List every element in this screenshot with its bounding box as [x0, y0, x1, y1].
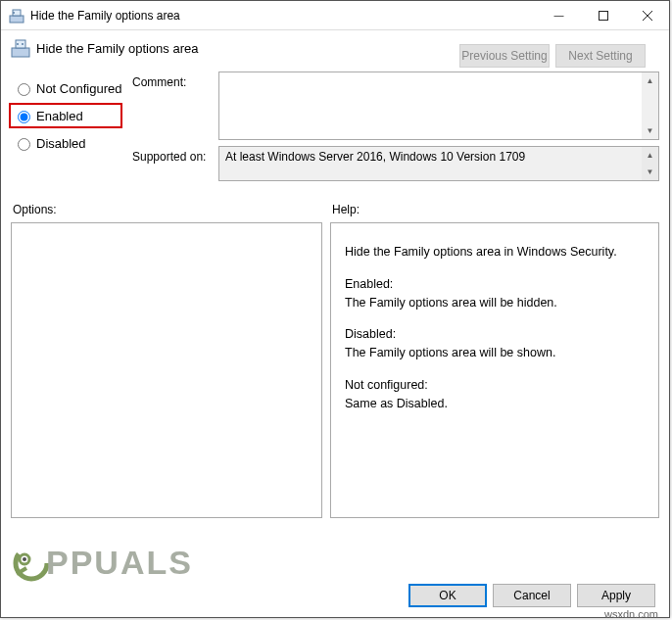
svg-rect-6 — [12, 48, 29, 57]
svg-point-8 — [17, 43, 19, 45]
policy-icon — [9, 8, 24, 24]
radio-disabled[interactable] — [18, 138, 30, 151]
supported-on-box: At least Windows Server 2016, Windows 10… — [218, 146, 659, 181]
state-enabled[interactable]: Enabled — [9, 103, 122, 128]
help-disabled-body: The Family options area will be shown. — [345, 346, 555, 359]
svg-point-2 — [13, 12, 15, 14]
help-panel: Hide the Family options area in Windows … — [330, 222, 659, 518]
next-setting-button[interactable]: Next Setting — [555, 44, 646, 68]
scroll-down-icon[interactable]: ▼ — [642, 122, 658, 139]
dialog-footer: OK Cancel Apply — [408, 584, 655, 607]
help-notconfig-body: Same as Disabled. — [345, 397, 448, 410]
maximize-button[interactable] — [581, 1, 625, 29]
comment-label: Comment: — [132, 72, 218, 89]
dialog-window: Hide the Family options area — Hide the … — [0, 0, 670, 618]
close-button[interactable] — [625, 1, 669, 29]
scroll-up-icon[interactable]: ▲ — [642, 72, 658, 89]
state-not-configured[interactable]: Not Configured — [11, 75, 132, 101]
minimize-button[interactable]: — — [537, 1, 581, 29]
svg-rect-3 — [599, 11, 607, 20]
state-disabled[interactable]: Disabled — [11, 130, 132, 156]
radio-label-not-configured: Not Configured — [36, 81, 121, 96]
help-disabled-head: Disabled: — [345, 327, 396, 341]
radio-enabled[interactable] — [18, 111, 30, 123]
site-attribution: wsxdn.com — [604, 608, 658, 620]
watermark-logo: PPUALS — [13, 544, 193, 582]
help-enabled-head: Enabled: — [345, 277, 393, 291]
svg-rect-0 — [10, 16, 24, 23]
svg-point-9 — [22, 43, 24, 45]
dialog-content: Hide the Family options area Previous Se… — [1, 30, 669, 518]
help-notconfig-head: Not configured: — [345, 378, 428, 392]
options-panel — [11, 222, 322, 518]
supported-scrollbar[interactable]: ▲ ▼ — [642, 147, 658, 180]
previous-setting-button[interactable]: Previous Setting — [459, 44, 550, 68]
radio-label-enabled: Enabled — [36, 109, 83, 123]
ok-button[interactable]: OK — [408, 584, 487, 607]
dialog-header: Hide the Family options area Previous Se… — [11, 38, 659, 58]
svg-point-12 — [23, 557, 26, 561]
scroll-up-icon[interactable]: ▲ — [642, 147, 658, 164]
radio-label-disabled: Disabled — [36, 136, 86, 151]
comment-scrollbar[interactable]: ▲ ▼ — [642, 72, 658, 139]
titlebar[interactable]: Hide the Family options area — — [1, 1, 669, 30]
help-line-1: Hide the Family options area in Windows … — [345, 243, 648, 262]
apply-button[interactable]: Apply — [577, 584, 655, 607]
window-title: Hide the Family options area — [30, 9, 537, 23]
policy-header-icon — [11, 38, 30, 58]
supported-on-value: At least Windows Server 2016, Windows 10… — [225, 150, 525, 164]
watermark-a-icon — [13, 545, 50, 582]
help-enabled-body: The Family options area will be hidden. — [345, 296, 557, 310]
radio-not-configured[interactable] — [18, 83, 30, 96]
supported-label: Supported on: — [132, 146, 218, 164]
comment-textarea[interactable]: ▲ ▼ — [218, 72, 659, 140]
watermark-text: PPUALS — [46, 544, 193, 582]
help-heading: Help: — [324, 203, 659, 216]
cancel-button[interactable]: Cancel — [493, 584, 571, 607]
scroll-down-icon[interactable]: ▼ — [642, 164, 658, 180]
window-controls: — — [537, 1, 669, 29]
options-heading: Options: — [11, 203, 324, 216]
state-radio-group: Not Configured Enabled Disabled — [11, 72, 132, 187]
